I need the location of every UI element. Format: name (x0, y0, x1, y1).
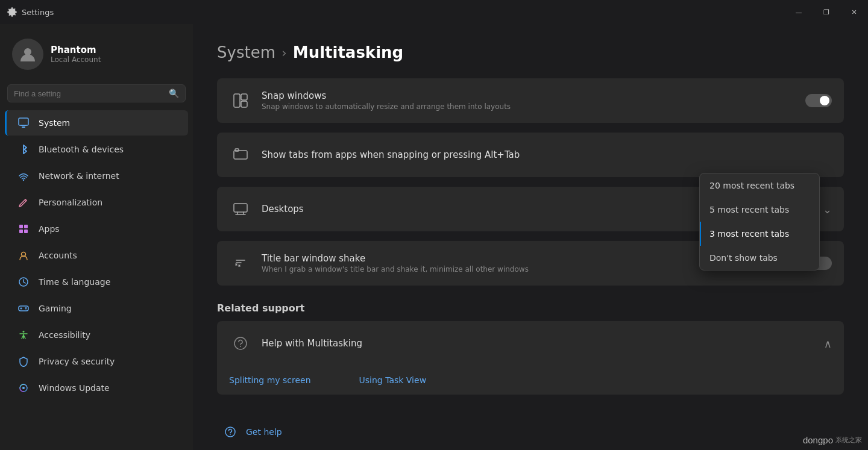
time-icon (17, 275, 30, 289)
snap-windows-row: Snap windows Snap windows to automatical… (217, 78, 844, 123)
help-multitasking-section: Help with Multitasking ∧ Splitting my sc… (217, 321, 844, 395)
dropdown-option-20-label: 20 most recent tabs (709, 181, 794, 190)
show-tabs-row: Show tabs from apps when snapping or pre… (217, 133, 844, 177)
sidebar-item-bluetooth[interactable]: Bluetooth & devices (5, 137, 188, 162)
splitting-screen-link[interactable]: Splitting my screen (229, 375, 311, 385)
sidebar-item-system[interactable]: System (5, 110, 188, 136)
watermark: dongpo系统之家 (803, 435, 862, 445)
support-links: Splitting my screen Using Task View (217, 366, 844, 395)
snap-windows-control (805, 94, 832, 107)
maximize-button[interactable]: ❐ (813, 0, 840, 24)
desktops-chevron[interactable]: ⌄ (823, 203, 832, 216)
profile-subtitle: Local Account (51, 55, 101, 64)
sidebar-item-label-bluetooth: Bluetooth & devices (39, 145, 124, 154)
profile-name: Phantom (51, 45, 101, 55)
dropdown-option-3[interactable]: 3 most recent tabs (700, 222, 819, 246)
get-help-link[interactable]: Get help (246, 427, 282, 437)
svg-rect-5 (19, 225, 23, 228)
snap-windows-toggle[interactable] (805, 94, 832, 107)
privacy-icon (17, 355, 30, 368)
related-support-section: Related support Help with Multitasking (217, 302, 844, 395)
snap-windows-icon (229, 89, 252, 112)
svg-point-13 (22, 387, 25, 389)
sidebar-item-label-gaming: Gaming (39, 304, 72, 313)
svg-rect-7 (19, 230, 23, 233)
sidebar-item-time[interactable]: Time & language (5, 269, 188, 295)
svg-rect-8 (24, 230, 28, 233)
sidebar-item-label-apps: Apps (39, 224, 60, 234)
svg-rect-3 (20, 125, 27, 126)
snap-windows-section: Snap windows Snap windows to automatical… (217, 78, 844, 123)
main-content: System › Multitasking Snap windows Snap … (193, 24, 868, 450)
sidebar-item-label-privacy: Privacy & security (39, 357, 115, 366)
network-icon (17, 169, 30, 183)
footer-links: Get help Give feedback (217, 409, 844, 450)
sidebar-item-accessibility[interactable]: Accessibility (5, 322, 188, 348)
svg-rect-6 (24, 225, 28, 228)
dropdown-option-none[interactable]: Don't show tabs (700, 246, 819, 270)
svg-point-4 (23, 180, 24, 181)
breadcrumb: System › Multitasking (217, 43, 844, 61)
accessibility-icon (17, 328, 30, 342)
sidebar-item-label-update: Windows Update (39, 383, 110, 393)
sidebar-item-label-network: Network & internet (39, 171, 119, 181)
snap-windows-text: Snap windows Snap windows to automatical… (262, 90, 805, 111)
get-help-row: Get help (219, 423, 841, 440)
profile-section: Phantom Local Account (0, 29, 193, 80)
svg-point-21 (240, 346, 241, 347)
profile-info: Phantom Local Account (51, 45, 101, 64)
show-tabs-text: Show tabs from apps when snapping or pre… (262, 149, 832, 160)
system-icon (17, 116, 30, 130)
get-help-icon (222, 423, 239, 440)
snap-windows-title: Snap windows (262, 90, 805, 101)
help-expand-chevron[interactable]: ∧ (824, 337, 832, 350)
svg-rect-16 (241, 101, 247, 107)
sidebar-item-label-personalization: Personalization (39, 198, 102, 207)
sidebar-item-label-time: Time & language (39, 277, 110, 287)
svg-rect-1 (19, 118, 28, 125)
sidebar-item-network[interactable]: Network & internet (5, 163, 188, 189)
avatar (12, 39, 43, 70)
titlebar: Settings — ❐ ✕ (0, 0, 868, 24)
dropdown-option-3-label: 3 most recent tabs (709, 229, 789, 239)
task-view-link[interactable]: Using Task View (359, 375, 427, 385)
toggle-knob (820, 96, 829, 105)
sidebar-item-privacy[interactable]: Privacy & security (5, 349, 188, 374)
dropdown-option-5[interactable]: 5 most recent tabs (700, 198, 819, 222)
breadcrumb-parent[interactable]: System (217, 43, 275, 61)
svg-point-23 (230, 434, 231, 436)
sidebar-item-update[interactable]: Windows Update (5, 375, 188, 401)
show-tabs-section: Show tabs from apps when snapping or pre… (217, 133, 844, 177)
help-multitasking-expand[interactable]: ∧ (824, 337, 832, 350)
snap-windows-desc: Snap windows to automatically resize and… (262, 102, 805, 111)
window-controls: — ❐ ✕ (785, 0, 868, 24)
show-tabs-icon (229, 143, 252, 166)
search-input[interactable] (14, 89, 169, 98)
minimize-button[interactable]: — (785, 0, 813, 24)
breadcrumb-separator: › (281, 45, 287, 60)
dropdown-option-20[interactable]: 20 most recent tabs (700, 173, 819, 198)
personalization-icon (17, 196, 30, 209)
related-support-label: Related support (217, 302, 844, 314)
svg-rect-17 (234, 151, 247, 159)
search-box[interactable]: 🔍 (7, 84, 186, 102)
dropdown-option-none-label: Don't show tabs (709, 253, 778, 263)
app-container: Phantom Local Account 🔍 System (0, 24, 868, 450)
sidebar: Phantom Local Account 🔍 System (0, 24, 193, 450)
desktops-icon (229, 198, 252, 220)
sidebar-item-apps[interactable]: Apps (5, 216, 188, 242)
app-title: Settings (22, 8, 54, 17)
sidebar-item-personalization[interactable]: Personalization (5, 190, 188, 215)
sidebar-item-label-accessibility: Accessibility (39, 330, 90, 340)
sidebar-item-accounts[interactable]: Accounts (5, 243, 188, 268)
titlebar-shake-icon (229, 252, 252, 275)
help-multitasking-row: Help with Multitasking ∧ (217, 321, 844, 366)
sidebar-item-label-accounts: Accounts (39, 251, 77, 260)
apps-icon (17, 222, 30, 236)
close-button[interactable]: ✕ (840, 0, 868, 24)
tabs-dropdown[interactable]: 20 most recent tabs 5 most recent tabs 3… (699, 173, 820, 270)
sidebar-item-gaming[interactable]: Gaming (5, 296, 188, 321)
help-multitasking-title: Help with Multitasking (262, 338, 824, 349)
accounts-icon (17, 249, 30, 262)
settings-app-icon (7, 7, 17, 17)
